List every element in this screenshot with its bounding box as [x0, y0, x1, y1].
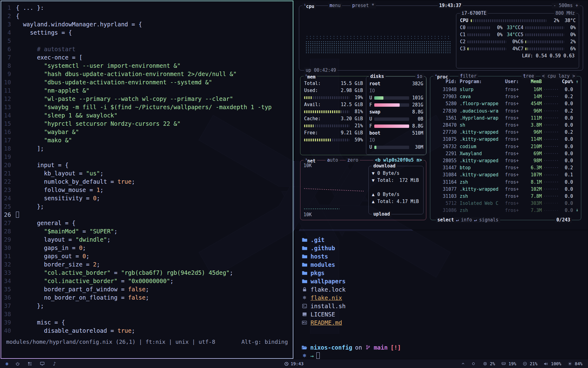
code-line[interactable]: 16 "waybar &"	[1, 128, 293, 136]
code-line[interactable]: 2{	[1, 12, 293, 20]
proc-sort-control[interactable]: < cpu lazy >	[541, 73, 577, 79]
code-line[interactable]: 19	[1, 153, 293, 161]
line-number: 22	[1, 178, 16, 186]
proc-tree-toggle[interactable]: tree	[522, 73, 536, 79]
code-line[interactable]: 1{ ... }:	[1, 4, 293, 12]
code-line[interactable]: 29 layout = "dwindle";	[1, 236, 293, 244]
music-module[interactable]: ♪	[51, 361, 58, 366]
proc-filter-button[interactable]: filter	[458, 73, 478, 79]
code-line[interactable]: 31 gaps_out = 0;	[1, 252, 293, 260]
process-row[interactable]: 5712Isolated Web Cfros+303M0.0	[433, 200, 573, 207]
code-line[interactable]: 17 "mako &"	[1, 136, 293, 144]
editor-window[interactable]: 1{ ... }:2{3 wayland.windowManager.hyprl…	[1, 1, 293, 359]
process-row[interactable]: 31075.kitty-wrappedfros+114M0.0	[433, 136, 573, 143]
code-line[interactable]: 8 "systemctl --user import-environment &…	[1, 62, 293, 70]
process-row[interactable]: 31447btopfros+6.3M0.2	[433, 164, 573, 171]
net-interface-label[interactable]: <b wlp0s20f0u5 n>	[373, 157, 424, 163]
proc-col-program[interactable]: Program:	[457, 79, 505, 84]
process-row[interactable]: 31164zshfros+8.1M0.0	[433, 179, 573, 186]
proc-col-memb[interactable]: MemB	[525, 79, 542, 84]
memory-metric[interactable]: 19%	[500, 361, 516, 366]
code-line[interactable]: 9 "hash dbus-update-activation-environme…	[1, 70, 293, 78]
proc-signals-button[interactable]: signals	[479, 217, 498, 223]
process-row[interactable]: 26732codiumfros+210M0.0	[433, 143, 573, 150]
code-line[interactable]: 40 disable_autoreload = true;	[1, 327, 293, 335]
code-line[interactable]: 12 "wl-paste --primary --watch wl-copy -…	[1, 95, 293, 103]
process-row[interactable]: 1561.Hyprland-wrapfros+111M0.0	[433, 115, 573, 122]
code-line[interactable]: 35 border_part_of_window = false;	[1, 285, 293, 293]
process-row[interactable]: 28470shfros+3.8M0.0	[433, 122, 573, 129]
clock-module[interactable]: 19:43	[285, 361, 303, 366]
process-row[interactable]: 31103zshfros+7.8M0.0	[433, 193, 573, 200]
code-line[interactable]: 18 ];	[1, 144, 293, 153]
code-line[interactable]: 11 "nm-applet &"	[1, 86, 293, 95]
launcher-button[interactable]: ❄	[6, 361, 9, 367]
code-line[interactable]: 33 "col.active_border" = "rgb(cba6f7) rg…	[1, 269, 293, 277]
proc-col-pid[interactable]: Pid:	[433, 79, 457, 84]
code-line[interactable]: 30 gaps_in = 0;	[1, 244, 293, 252]
workspaces-module[interactable]	[27, 361, 33, 366]
scroll-down-icon[interactable]: ↓	[576, 207, 579, 213]
process-row[interactable]: 31084.kitty-wrappedfros+107M0.1	[433, 171, 573, 178]
volume-metric[interactable]: 100%	[543, 361, 561, 366]
code-line[interactable]: 26	[1, 211, 293, 219]
code-line[interactable]: 32 border_size = 2;	[1, 260, 293, 269]
code-line[interactable]: 14 "sleep 1 && swaylock"	[1, 111, 293, 120]
code-line[interactable]: 39 misc = {	[1, 318, 293, 327]
net-auto-toggle[interactable]: auto	[326, 157, 340, 163]
cpu-box-title[interactable]: ¹cpu	[302, 3, 316, 10]
code-line[interactable]: 28 "$mainMod" = "SUPER";	[1, 227, 293, 236]
proc-col-user[interactable]: User:	[505, 79, 525, 84]
code-line[interactable]: 7 exec-once = [	[1, 53, 293, 62]
code-line[interactable]: 13 "swaybg -m fill -i $(find ~/Pictures/…	[1, 103, 293, 111]
code-line[interactable]: 21 kb_layout = "us";	[1, 169, 293, 178]
proc-info-button[interactable]: info	[461, 217, 472, 223]
code-line[interactable]: 5	[1, 37, 293, 45]
process-row[interactable]: 27903cavafros+14M0.2	[433, 93, 573, 100]
code-line[interactable]: 22 numlock_by_default = true;	[1, 178, 293, 186]
process-row[interactable]: 28055.kitty-wrappedfros+98M0.0	[433, 157, 573, 164]
power-module[interactable]	[15, 361, 21, 366]
update-interval-control[interactable]: - 500ms +	[552, 3, 580, 9]
editor-code[interactable]: 1{ ... }:2{3 wayland.windowManager.hyprl…	[1, 4, 293, 335]
process-row[interactable]: 31077.kitty-wrappedfros+102M0.0	[433, 186, 573, 193]
disks-io-toggle[interactable]: io	[415, 74, 424, 79]
process-row[interactable]: 27730.kitty-wrappedfros+96M0.2	[433, 129, 573, 136]
disks-title[interactable]: disks	[369, 74, 386, 79]
code-line[interactable]: 6 # autostart	[1, 45, 293, 53]
code-line[interactable]: 20 input = {	[1, 161, 293, 169]
code-line[interactable]: 38	[1, 310, 293, 318]
tray-expand-module[interactable]	[460, 362, 466, 365]
net-zero-toggle[interactable]: zero	[346, 157, 360, 163]
process-row[interactable]: 31086zshfros+7.3M0.0	[433, 207, 573, 214]
preset-button[interactable]: preset *	[351, 3, 376, 9]
mem-box-title[interactable]: ²mem	[303, 73, 317, 80]
code-line[interactable]: 4 settings = {	[1, 29, 293, 37]
proc-col-cpu[interactable]: Cpu%	[561, 79, 573, 84]
tray-app-module[interactable]	[470, 362, 477, 365]
shell-input-line[interactable]: ❄ →	[301, 351, 581, 359]
cpu-metric[interactable]: 2%	[482, 361, 495, 366]
process-row[interactable]: 31948slurpfros+16M0.0	[433, 86, 573, 93]
code-line[interactable]: 10 "dbus-update-activation-environment -…	[1, 78, 293, 86]
code-line[interactable]: 36 no_border_on_floating = false;	[1, 293, 293, 302]
code-line[interactable]: 34 "col.inactive_border" = "0x00000000";	[1, 277, 293, 285]
process-row[interactable]: 2291Xwaylandfros+69M0.0	[433, 150, 573, 157]
display-module[interactable]	[39, 361, 45, 366]
process-row[interactable]: 5280.floorp-wrappefros+454M0.0	[433, 100, 573, 107]
code-line[interactable]: 27 general = {	[1, 219, 293, 227]
scroll-up-icon[interactable]: ↑	[576, 79, 579, 84]
btop-window[interactable]: ¹cpu menu preset * 19:43:37 - 500ms + up…	[295, 1, 587, 229]
menu-button[interactable]: menu	[328, 3, 342, 9]
code-line[interactable]: 3 wayland.windowManager.hyprland = {	[1, 20, 293, 29]
terminal-window[interactable]: .git.githubhostsmodulespkgswallpapersfla…	[295, 231, 587, 359]
code-line[interactable]: 24 sensitivity = 0;	[1, 194, 293, 202]
process-row[interactable]: 27830.audacious-wrafros+96M0.2	[433, 108, 573, 115]
code-line[interactable]: 23 follow_mouse = 1;	[1, 186, 293, 194]
proc-select-button[interactable]: select	[437, 217, 454, 223]
code-line[interactable]: 37 };	[1, 302, 293, 310]
code-line[interactable]: 15 "hyprctl setcursor Nordzy-cursors 22 …	[1, 120, 293, 128]
disk-metric[interactable]: 21%	[522, 361, 537, 366]
brightness-metric[interactable]: 84%	[567, 361, 582, 366]
code-line[interactable]: 25 };	[1, 202, 293, 211]
